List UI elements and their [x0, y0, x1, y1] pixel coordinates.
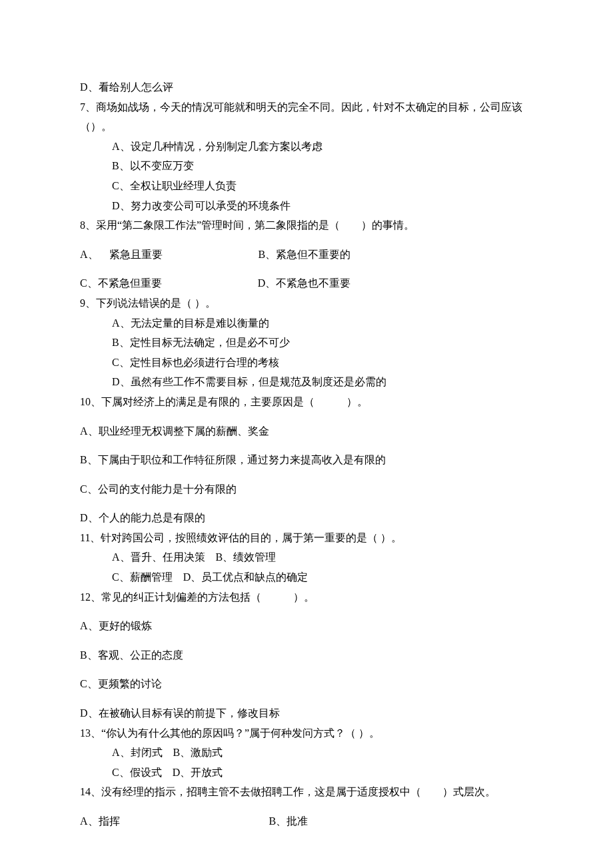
text-line: B、以不变应万变 [80, 156, 533, 176]
text-line: C、不紧急但重要 D、不紧急也不重要 [80, 273, 533, 293]
text-line: A、无法定量的目标是难以衡量的 [80, 313, 533, 333]
text-line: A、设定几种情况，分别制定几套方案以考虑 [80, 137, 533, 157]
text-line: 13、“你认为有什么其他的原因吗？”属于何种发问方式？（ ）。 [80, 723, 533, 743]
text-line: C、全权让职业经理人负责 [80, 176, 533, 196]
text-line: 8、采用“第二象限工作法”管理时间，第二象限指的是（ ）的事情。 [80, 215, 533, 235]
text-line: C、假设式 D、开放式 [80, 763, 533, 783]
text-line: 14、没有经理的指示，招聘主管不去做招聘工作，这是属于适度授权中（ ）式层次。 [80, 782, 533, 802]
text-line: D、个人的能力总是有限的 [80, 508, 533, 528]
text-line: A、职业经理无权调整下属的薪酬、奖金 [80, 421, 533, 441]
text-line: D、在被确认目标有误的前提下，修改目标 [80, 703, 533, 723]
text-line: B、下属由于职位和工作特征所限，通过努力来提高收入是有限的 [80, 450, 533, 470]
text-line: C、更频繁的讨论 [80, 674, 533, 694]
text-line: 10、下属对经济上的满足是有限的，主要原因是（ ）。 [80, 392, 533, 412]
text-line: A、更好的锻炼 [80, 616, 533, 636]
text-line: D、努力改变公司可以承受的环境条件 [80, 196, 533, 216]
text-line: C、薪酬管理 D、员工优点和缺点的确定 [80, 567, 533, 587]
text-line: 9、下列说法错误的是（ ）。 [80, 293, 533, 313]
text-line: 11、针对跨国公司，按照绩效评估的目的，属于第一重要的是（ ）。 [80, 528, 533, 548]
text-line: C、公司的支付能力是十分有限的 [80, 479, 533, 499]
text-line: C、定性目标也必须进行合理的考核 [80, 353, 533, 373]
text-line: A、指挥 B、批准 [80, 811, 533, 831]
text-line: A、封闭式 B、激励式 [80, 743, 533, 763]
text-line: 12、常见的纠正计划偏差的方法包括（ ）。 [80, 587, 533, 607]
text-line: A、晋升、任用决策 B、绩效管理 [80, 547, 533, 567]
text-line: B、客观、公正的态度 [80, 645, 533, 665]
text-line: D、虽然有些工作不需要目标，但是规范及制度还是必需的 [80, 372, 533, 392]
document-page: D、看给别人怎么评7、商场如战场，今天的情况可能就和明天的完全不同。因此，针对不… [0, 0, 613, 868]
text-line: A、 紧急且重要 B、紧急但不重要的 [80, 245, 533, 265]
text-line: 7、商场如战场，今天的情况可能就和明天的完全不同。因此，针对不太确定的目标，公司… [80, 97, 533, 137]
text-line: D、看给别人怎么评 [80, 77, 533, 97]
text-line: B、定性目标无法确定，但是必不可少 [80, 333, 533, 353]
